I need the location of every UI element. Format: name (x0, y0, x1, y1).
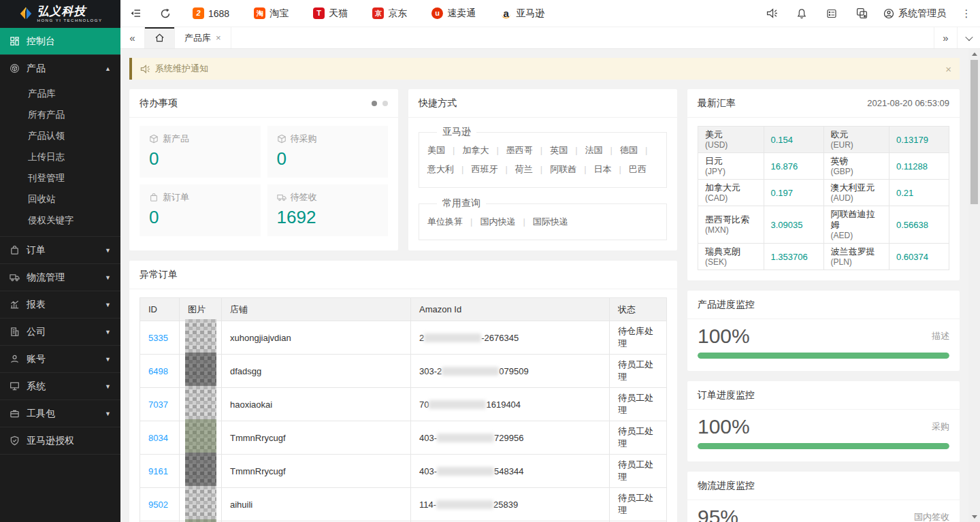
marketplace-link-1688[interactable]: 2 1688 (180, 0, 242, 27)
carousel-dots (372, 101, 388, 106)
marketplace-link-amazon[interactable]: a 亚马逊 (488, 0, 557, 27)
link-unit-conversion[interactable]: 单位换算 (427, 216, 480, 227)
link-japan[interactable]: 日本 (594, 164, 629, 174)
marketplace-link-taobao[interactable]: 淘 淘宝 (242, 0, 301, 27)
stat-new-orders[interactable]: 新订单 0 (140, 184, 261, 236)
refresh-icon[interactable] (150, 0, 180, 27)
column-header-id: ID (140, 298, 180, 321)
link-canada[interactable]: 加拿大 (462, 145, 506, 155)
stat-value: 0 (149, 148, 251, 169)
progress-percent: 95% (698, 506, 738, 522)
scroll-down-icon[interactable] (972, 515, 977, 519)
exchange-rate-card: 最新汇率 2021-08-20 06:53:09 美元(USD) 0.154 欧… (687, 89, 960, 280)
marketplace-link-jd[interactable]: 京 京东 (360, 0, 419, 27)
sidebar-item-reports[interactable]: 报表 ▼ (0, 291, 120, 318)
sidebar-item-toolkit[interactable]: 工具包 ▼ (0, 400, 120, 427)
sidebar-item-product-claim[interactable]: 产品认领 (0, 125, 120, 146)
sidebar-item-recycle-bin[interactable]: 回收站 (0, 189, 120, 210)
user-name: 系统管理员 (898, 7, 946, 20)
tab-scroll-left-icon[interactable]: « (120, 27, 145, 48)
order-id-link[interactable]: 7037 (148, 399, 168, 410)
stat-value: 1692 (277, 207, 379, 228)
link-france[interactable]: 法国 (585, 145, 620, 155)
main-content: 系统维护通知 × 待办事项 (120, 49, 980, 522)
marketplace-link-tmall[interactable]: T 天猫 (301, 0, 360, 27)
tab-home[interactable] (145, 27, 175, 48)
order-status: 待仓库处理 (610, 321, 667, 355)
link-international-express[interactable]: 国际快递 (533, 216, 568, 227)
avatar-icon (883, 8, 894, 19)
chevron-up-icon: ▲ (105, 65, 111, 72)
link-mexico[interactable]: 墨西哥 (506, 145, 550, 155)
link-domestic-express[interactable]: 国内快递 (480, 216, 532, 227)
blurred-text (429, 400, 486, 409)
sidebar-item-company[interactable]: 公司 ▼ (0, 319, 120, 345)
bell-icon[interactable] (787, 0, 817, 27)
scroll-up-icon[interactable] (968, 49, 980, 59)
abnormal-orders-card: 异常订单 ID 图片 店铺 Amazon Id 状态 (129, 261, 677, 522)
exchange-rate-timestamp: 2021-08-20 06:53:09 (867, 98, 949, 108)
order-status: 待员工处理 (610, 388, 667, 421)
scrollbar-thumb[interactable] (970, 60, 978, 204)
link-uk[interactable]: 英国 (550, 145, 585, 155)
link-spain[interactable]: 西班牙 (471, 164, 514, 174)
tab-menu-icon[interactable] (957, 27, 980, 48)
link-uae[interactable]: 阿联酋 (550, 164, 593, 174)
user-icon (10, 354, 20, 364)
sidebar-item-logistics[interactable]: 物流管理 ▼ (0, 264, 120, 291)
carousel-dot-2[interactable] (382, 101, 388, 106)
order-row: 6498 dfadsgg 303-2079509 待员工处理 (140, 355, 667, 388)
rate-row: 墨西哥比索(MXN) 3.09035 阿联酋迪拉姆(AED) 0.56638 (698, 206, 949, 244)
product-progress-card: 产品进度监控 100% 描述 (687, 291, 960, 371)
todo-card: 待办事项 新产品 (129, 89, 398, 250)
chevron-down-icon: ▼ (105, 383, 111, 390)
carousel-dot-1[interactable] (372, 101, 377, 106)
sidebar-item-label: 产品 (27, 63, 46, 75)
more-menu-icon[interactable]: ⋮ (953, 7, 980, 20)
tab-product-library[interactable]: 产品库 × (175, 27, 231, 48)
stat-pending-receipt[interactable]: 待签收 1692 (267, 184, 389, 236)
clear-cache-icon[interactable] (817, 0, 847, 27)
sidebar-item-upload-log[interactable]: 上传日志 (0, 146, 120, 167)
progress-percent: 100% (698, 415, 750, 438)
order-id-link[interactable]: 9502 (148, 500, 168, 510)
sidebar-item-accounts[interactable]: 账号 ▼ (0, 346, 120, 372)
sidebar-item-listing-management[interactable]: 刊登管理 (0, 167, 120, 189)
sidebar-item-all-products[interactable]: 所有产品 (0, 104, 120, 125)
rate-value: 3.09035 (771, 220, 803, 230)
chevron-down-icon: ▼ (105, 329, 111, 336)
marketplace-link-aliexpress[interactable]: u 速卖通 (419, 0, 488, 27)
stat-pending-purchase[interactable]: 待采购 0 (267, 126, 389, 178)
order-id-link[interactable]: 5335 (148, 333, 168, 343)
chevron-down-icon: ▼ (105, 301, 111, 308)
order-id-link[interactable]: 8034 (148, 433, 168, 443)
sidebar-item-orders[interactable]: 订单 ▼ (0, 237, 120, 263)
link-italy[interactable]: 意大利 (427, 164, 471, 174)
close-notice-icon[interactable]: × (945, 63, 951, 75)
sidebar-item-infringement-keywords[interactable]: 侵权关键字 (0, 210, 120, 231)
sidebar-item-product-library[interactable]: 产品库 (0, 83, 120, 104)
1688-icon: 2 (193, 7, 204, 19)
column-header-image: 图片 (180, 298, 222, 321)
link-germany[interactable]: 德国 (620, 145, 655, 155)
announcement-icon[interactable] (757, 0, 787, 27)
order-id-link[interactable]: 6498 (148, 366, 168, 376)
sidebar-item-amazon-auth[interactable]: 亚马逊授权 (0, 427, 120, 454)
stat-new-products[interactable]: 新产品 0 (140, 126, 261, 178)
sidebar-item-product[interactable]: 产品 ▲ (0, 55, 120, 82)
theme-switch-icon[interactable] (847, 0, 877, 27)
link-netherlands[interactable]: 荷兰 (515, 164, 550, 174)
order-id-link[interactable]: 9161 (148, 466, 168, 476)
home-icon (154, 33, 165, 43)
user-menu[interactable]: 系统管理员 (877, 0, 953, 27)
sidebar-item-console[interactable]: 控制台 (0, 28, 120, 54)
logo-title: 弘义科技 (37, 5, 103, 17)
sidebar-item-system[interactable]: 系统 ▼ (0, 373, 120, 399)
link-us[interactable]: 美国 (427, 145, 462, 155)
close-tab-icon[interactable]: × (216, 33, 221, 43)
blurred-product-image (185, 486, 216, 522)
tab-scroll-right-icon[interactable]: » (934, 27, 957, 48)
sidebar-item-label: 报表 (27, 299, 46, 311)
collapse-sidebar-icon[interactable] (120, 0, 150, 27)
link-brazil[interactable]: 巴西 (629, 164, 647, 174)
